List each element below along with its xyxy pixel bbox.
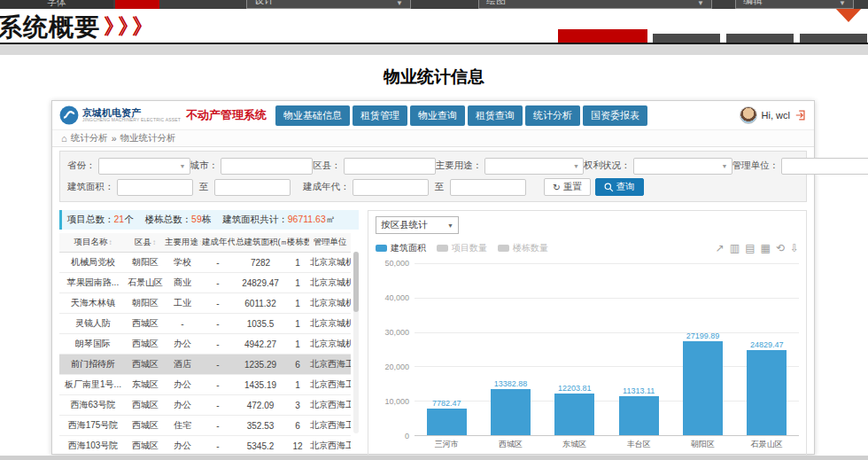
area-max-input[interactable]: [214, 179, 291, 196]
corner-triangle-icon: [834, 7, 863, 22]
legend-item-building-count[interactable]: 楼栋数量: [498, 242, 548, 254]
avatar[interactable]: [740, 106, 757, 124]
bar-chart-icon[interactable]: ▥: [730, 242, 740, 254]
group-by-value: 按区县统计: [381, 219, 428, 231]
table-row[interactable]: 西海175号院 西城区 住宅 - 352.53 6 北京西海工: [59, 416, 351, 436]
table-row[interactable]: 朗琴国际 西城区 办公 - 4942.27 1 北京京城机: [59, 334, 351, 355]
bottom-strip: [0, 456, 868, 460]
nav-tab-lease-query[interactable]: 租赁查询: [468, 105, 523, 126]
menu-draw-dropdown[interactable]: 绘图 ▼: [478, 0, 712, 9]
logo-icon: [59, 105, 79, 125]
city-input[interactable]: [221, 158, 313, 175]
cell-unit: 北京京城机: [309, 334, 351, 355]
bar[interactable]: [554, 394, 594, 435]
line-chart-icon[interactable]: ↗: [716, 242, 725, 254]
table-row[interactable]: 西海103号院 西城区 办公 - 5345.2 12 北京西海工: [59, 436, 351, 456]
nav-tab-lease-management[interactable]: 租赁管理: [353, 105, 407, 126]
bar-column[interactable]: 7782.47: [415, 263, 478, 435]
tiled-icon[interactable]: ▦: [761, 242, 771, 254]
bar-column[interactable]: 27199.89: [670, 263, 734, 435]
group-by-select[interactable]: 按区县统计 ▼: [376, 216, 459, 234]
legend-label: 项目数量: [452, 242, 487, 254]
bar-column[interactable]: 12203.81: [543, 263, 607, 435]
bar[interactable]: [427, 409, 467, 435]
breadcrumb-section[interactable]: 统计分析: [71, 132, 108, 144]
plot-area: 7782.47 13382.88 12203.81: [415, 263, 799, 436]
table-row[interactable]: 西海63号院 西城区 办公 - 472.09 3 北京西海工: [59, 395, 351, 416]
bar-column[interactable]: 24829.47: [735, 263, 799, 435]
download-icon[interactable]: ⇩: [790, 242, 799, 254]
legend-swatch: [376, 245, 387, 252]
table-row-selected[interactable]: 前门招待所 西城区 酒店 - 1235.29 6 北京西海工: [59, 355, 351, 375]
year-max-input[interactable]: [450, 179, 526, 196]
district-input[interactable]: [344, 158, 436, 175]
reset-button[interactable]: ↻ 重置: [544, 178, 591, 196]
logout-icon[interactable]: [794, 109, 807, 121]
bar-column[interactable]: 13382.88: [478, 263, 542, 435]
col-header-usage[interactable]: 主要用途↕: [164, 233, 201, 253]
bar[interactable]: [683, 341, 723, 435]
content-area: 项目总数：21个 楼栋总数：59栋 建筑面积共计：96711.63㎡ 项目名称↕…: [52, 206, 814, 460]
col-header-project-name[interactable]: 项目名称↕: [59, 233, 127, 253]
col-header-year[interactable]: 建成年代↕: [201, 233, 235, 253]
menu-design-dropdown[interactable]: 设计 ▼: [246, 0, 411, 9]
bar[interactable]: [491, 389, 531, 435]
x-axis-label: 丰台区: [607, 439, 670, 450]
cell-district: 东城区: [127, 375, 164, 395]
col-header-unit[interactable]: 管理单位: [309, 233, 351, 253]
y-tick: 40,000: [384, 293, 409, 302]
management-unit-input[interactable]: [781, 158, 868, 175]
sort-icon: ↕: [152, 238, 156, 246]
bar[interactable]: [619, 396, 659, 435]
table-row[interactable]: 灵镜人防 西城区 - - 1035.5 1 北京京城机: [59, 314, 351, 334]
project-link[interactable]: 西海175号院: [59, 416, 127, 436]
table-row[interactable]: 苹果园南路... 石景山区 商业 - 24829.47 1 北京京城机: [59, 273, 351, 293]
restore-icon[interactable]: ⟲: [776, 242, 785, 254]
scrollbar-thumb[interactable]: [353, 252, 359, 312]
caret-down-icon: ▼: [697, 0, 704, 7]
year-min-input[interactable]: [353, 179, 429, 196]
table-row[interactable]: 板厂南里1号... 东城区 办公 - 1435.19 1 北京西海工: [59, 375, 351, 395]
cell-district: 西城区: [127, 395, 164, 416]
project-link[interactable]: 朗琴国际: [59, 334, 127, 355]
project-link[interactable]: 前门招待所: [59, 355, 127, 375]
legend-item-building-area[interactable]: 建筑面积: [376, 242, 426, 254]
total-area: 96711.63: [288, 214, 326, 224]
menu-font[interactable]: 字体: [0, 0, 113, 9]
table-scrollbar[interactable]: [353, 252, 359, 433]
x-axis-label: 三河市: [415, 439, 478, 450]
project-link[interactable]: 板厂南里1号...: [59, 375, 127, 395]
search-button[interactable]: 查询: [595, 178, 644, 196]
y-tick: 30,000: [384, 328, 409, 337]
project-link[interactable]: 天海木林镇: [59, 293, 127, 314]
rights-select[interactable]: ▼: [633, 158, 732, 175]
usage-select[interactable]: ▼: [484, 158, 584, 175]
cell-buildings: 1: [286, 314, 309, 334]
x-axis-label: 西城区: [478, 439, 542, 450]
bar-column[interactable]: 11313.11: [607, 263, 670, 435]
stack-icon[interactable]: ▤: [745, 242, 755, 254]
cell-usage: 办公: [164, 436, 201, 456]
project-link[interactable]: 西海103号院: [59, 436, 127, 456]
bars: 7782.47 13382.88 12203.81: [415, 263, 799, 435]
menu-edit-dropdown[interactable]: 编辑 ▼: [735, 0, 854, 9]
project-link[interactable]: 机械局党校: [59, 253, 127, 273]
col-header-district[interactable]: 区县↕: [127, 233, 164, 253]
table-row[interactable]: 天海木林镇 朝阳区 工业 - 6011.32 1 北京京城机: [59, 293, 351, 314]
col-header-total-area[interactable]: 总建筑面积(㎡)↕: [235, 233, 286, 253]
area-min-input[interactable]: [117, 179, 193, 196]
project-link[interactable]: 西海63号院: [59, 395, 127, 416]
bar[interactable]: [747, 350, 787, 435]
nav-tab-statistics[interactable]: 统计分析: [525, 105, 580, 126]
project-link[interactable]: 灵镜人防: [59, 314, 127, 334]
cell-usage: 商业: [164, 273, 201, 293]
nav-tab-property-base-info[interactable]: 物业基础信息: [275, 105, 350, 126]
col-header-buildings[interactable]: 楼栋数↕: [286, 233, 309, 253]
nav-tab-property-query[interactable]: 物业查询: [410, 105, 465, 126]
legend-item-project-count[interactable]: 项目数量: [437, 242, 487, 254]
nav-tab-sasac-report[interactable]: 国资委报表: [583, 105, 647, 126]
project-link[interactable]: 苹果园南路...: [59, 273, 127, 293]
cell-year: -: [201, 375, 235, 395]
province-select[interactable]: ▼: [98, 158, 190, 175]
table-row[interactable]: 机械局党校 朝阳区 学校 - 7282 1 北京京城机: [59, 253, 351, 273]
